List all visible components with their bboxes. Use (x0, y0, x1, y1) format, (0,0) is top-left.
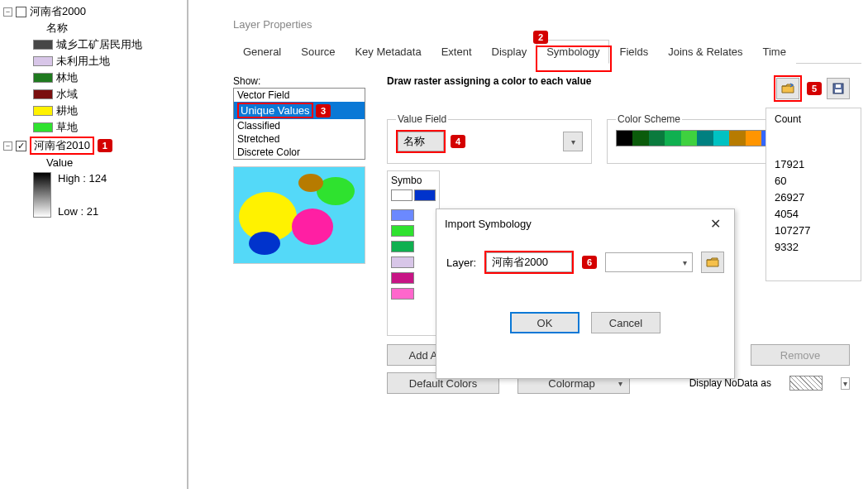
show-item[interactable]: Discrete Color (234, 146, 365, 159)
save-symbology-button[interactable] (827, 78, 850, 99)
remove-button: Remove (751, 344, 850, 366)
class-swatch (33, 122, 53, 132)
count-value: 17921 (775, 158, 852, 175)
class-label: 水域 (56, 87, 78, 102)
symbol-swatch[interactable] (391, 209, 414, 221)
class-label: 城乡工矿居民用地 (56, 37, 142, 52)
badge-3: 3 (316, 104, 331, 117)
cancel-button[interactable]: Cancel (591, 312, 661, 333)
toc-value-label: Value (2, 154, 185, 170)
badge-5: 5 (807, 82, 822, 95)
chevron-down-icon: ▾ (571, 137, 575, 146)
badge-4: 4 (451, 135, 465, 148)
class-swatch (33, 40, 53, 50)
symbol-swatch[interactable] (414, 189, 436, 201)
collapse-icon[interactable]: − (3, 7, 12, 17)
tab-symbology[interactable]: Symbology (537, 40, 609, 64)
tab-time[interactable]: Time (752, 40, 795, 64)
badge-6: 6 (582, 256, 597, 269)
import-symbology-button[interactable] (776, 78, 799, 99)
symbol-swatch[interactable] (391, 256, 414, 268)
count-header: Count (775, 113, 852, 125)
layer-dropdown[interactable]: 河南省2000 (486, 252, 572, 272)
folder-open-icon (781, 83, 794, 94)
class-swatch (33, 73, 53, 83)
import-symbology-dialog: Import Symbology ✕ Layer: 河南省2000 6 ▾ OK… (436, 209, 735, 379)
badge-1: 1 (98, 139, 112, 152)
toc-class-item[interactable]: 城乡工矿居民用地 (2, 36, 185, 53)
symbol-header: Symbo (391, 175, 436, 186)
count-value: 60 (775, 175, 852, 191)
class-swatch (33, 106, 53, 116)
layer-name-hl: 河南省2010 (30, 137, 94, 155)
color-scheme-legend: Color Scheme (616, 113, 682, 125)
tab-key-metadata[interactable]: Key Metadata (345, 40, 431, 64)
dialog-title: Import Symbology (445, 218, 532, 230)
value-field-chevron[interactable]: ▾ (563, 132, 583, 151)
save-icon (832, 83, 844, 94)
symbol-swatch[interactable] (391, 288, 414, 300)
gradient-swatch (33, 172, 51, 218)
toc-class-item[interactable]: 耕地 (2, 103, 185, 119)
count-value: 9332 (775, 241, 852, 257)
nodata-label: Display NoData as (689, 377, 771, 389)
toc-panel: − 河南省2000 名称 城乡工矿居民用地未利用土地林地水域耕地草地 − ✓ 河… (0, 0, 188, 489)
symbol-swatch[interactable] (391, 272, 414, 284)
show-item[interactable]: Vector Field (234, 89, 365, 102)
layer-checkbox[interactable]: ✓ (16, 141, 26, 151)
draw-heading: Draw raster assigning a color to each va… (387, 75, 591, 87)
show-item[interactable]: Unique Values 3 (234, 102, 365, 119)
folder-open-icon (706, 256, 719, 268)
nodata-swatch[interactable] (789, 376, 823, 391)
toc-layer-2010[interactable]: − ✓ 河南省2010 1 (2, 137, 185, 154)
close-button[interactable]: ✕ (705, 214, 726, 233)
toc-class-item[interactable]: 草地 (2, 119, 185, 136)
show-list[interactable]: Vector FieldUnique Values 3ClassifiedStr… (233, 88, 365, 160)
tab-extent[interactable]: Extent (432, 40, 482, 64)
class-swatch (33, 89, 53, 99)
tab-joins-relates[interactable]: Joins & Relates (658, 40, 752, 64)
class-label: 未利用土地 (56, 54, 110, 69)
toc-gradient: High : 124 Low : 21 (2, 172, 185, 218)
layer-name: 河南省2000 (30, 4, 86, 19)
count-value: 4054 (775, 208, 852, 224)
svg-rect-2 (836, 84, 841, 88)
layer-checkbox[interactable] (16, 7, 26, 17)
value-field-dropdown[interactable]: 名称 (398, 132, 444, 151)
chevron-down-icon[interactable]: ▾ (841, 377, 850, 390)
toc-field-name: 名称 (2, 20, 185, 36)
toc-layer-2000[interactable]: − 河南省2000 (2, 3, 185, 20)
tab-display[interactable]: Display (482, 40, 537, 64)
class-label: 林地 (56, 70, 78, 85)
tab-fields[interactable]: Fields (609, 40, 658, 64)
count-column: Count 17921602692740541072779332 (765, 108, 861, 281)
ok-button[interactable]: OK (510, 312, 579, 333)
svg-rect-1 (835, 89, 842, 93)
value-field-legend: Value Field (396, 113, 448, 125)
toc-class-item[interactable]: 水域 (2, 86, 185, 103)
tab-general[interactable]: General (233, 40, 291, 64)
toc-class-item[interactable]: 林地 (2, 70, 185, 86)
symbol-swatch[interactable] (391, 225, 414, 237)
class-label: 草地 (56, 120, 78, 135)
preview-thumbnail (233, 166, 365, 264)
count-value: 107277 (775, 224, 852, 241)
layer-dropdown-ext[interactable]: ▾ (605, 252, 694, 272)
symbol-swatch[interactable] (391, 189, 413, 201)
count-value: 26927 (775, 191, 852, 208)
show-item[interactable]: Classified (234, 119, 365, 132)
class-swatch (33, 56, 53, 66)
badge-2: 2 (533, 31, 548, 44)
toc-class-item[interactable]: 未利用土地 (2, 53, 185, 70)
collapse-icon[interactable]: − (3, 141, 12, 151)
symbol-swatch[interactable] (391, 241, 414, 252)
panel-title: Layer Properties (233, 18, 861, 31)
symbol-column: Symbo (387, 170, 440, 336)
layer-label: Layer: (446, 256, 476, 269)
class-label: 耕地 (56, 103, 78, 118)
browse-button[interactable] (701, 252, 724, 273)
show-item[interactable]: Stretched (234, 132, 365, 146)
tab-source[interactable]: Source (291, 40, 345, 64)
